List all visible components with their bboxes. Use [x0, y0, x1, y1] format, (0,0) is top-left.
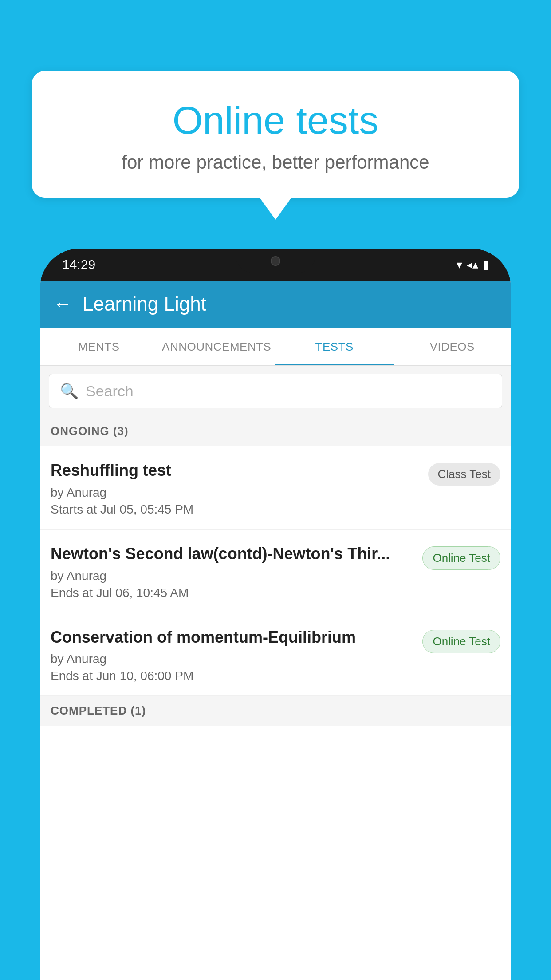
- battery-icon: ▮: [483, 258, 489, 272]
- app-header: ← Learning Light: [40, 281, 511, 328]
- ongoing-section-header: ONGOING (3): [40, 416, 511, 446]
- speech-bubble-title: Online tests: [59, 98, 492, 143]
- speech-bubble-subtitle: for more practice, better performance: [59, 152, 492, 173]
- tab-announcements[interactable]: ANNOUNCEMENTS: [158, 328, 276, 365]
- completed-section-header: COMPLETED (1): [40, 696, 511, 726]
- test-item-author: by Anurag: [51, 652, 413, 666]
- wifi-icon: ▾: [457, 258, 462, 272]
- phone-notch: [236, 249, 315, 273]
- test-item-author: by Anurag: [51, 486, 419, 500]
- tabs-bar: MENTS ANNOUNCEMENTS TESTS VIDEOS: [40, 328, 511, 366]
- test-item-title: Conservation of momentum-Equilibrium: [51, 627, 413, 648]
- phone-wrapper: 14:29 ▾ ◂▴ ▮ ← Learning Light MENTS: [40, 249, 511, 980]
- search-container: 🔍 Search: [40, 366, 511, 416]
- test-item[interactable]: Reshuffling test by Anurag Starts at Jul…: [40, 446, 511, 530]
- test-item-title: Reshuffling test: [51, 460, 419, 481]
- app-title: Learning Light: [83, 293, 206, 315]
- tab-ments[interactable]: MENTS: [40, 328, 158, 365]
- test-item[interactable]: Conservation of momentum-Equilibrium by …: [40, 613, 511, 696]
- search-icon: 🔍: [60, 382, 79, 400]
- test-item[interactable]: Newton's Second law(contd)-Newton's Thir…: [40, 530, 511, 613]
- test-badge-online: Online Test: [422, 546, 500, 570]
- phone-frame: 14:29 ▾ ◂▴ ▮ ← Learning Light MENTS: [40, 249, 511, 980]
- speech-bubble-arrow: [260, 198, 291, 220]
- search-bar[interactable]: 🔍 Search: [49, 374, 502, 408]
- test-item-content: Conservation of momentum-Equilibrium by …: [51, 627, 422, 684]
- phone-screen: ← Learning Light MENTS ANNOUNCEMENTS TES…: [40, 281, 511, 980]
- status-bar: 14:29 ▾ ◂▴ ▮: [40, 249, 511, 281]
- back-button[interactable]: ←: [53, 293, 72, 315]
- tab-videos[interactable]: VIDEOS: [394, 328, 512, 365]
- status-icons: ▾ ◂▴ ▮: [457, 258, 489, 272]
- test-badge-online-2: Online Test: [422, 630, 500, 653]
- tab-tests[interactable]: TESTS: [276, 328, 394, 365]
- status-time: 14:29: [62, 257, 95, 272]
- test-item-time: Ends at Jul 06, 10:45 AM: [51, 586, 413, 600]
- test-badge-class: Class Test: [428, 463, 500, 486]
- test-item-title: Newton's Second law(contd)-Newton's Thir…: [51, 544, 413, 565]
- speech-bubble: Online tests for more practice, better p…: [32, 71, 519, 198]
- search-placeholder: Search: [86, 383, 134, 400]
- test-item-author: by Anurag: [51, 569, 413, 583]
- test-item-content: Newton's Second law(contd)-Newton's Thir…: [51, 544, 422, 600]
- test-list: Reshuffling test by Anurag Starts at Jul…: [40, 446, 511, 980]
- test-item-time: Starts at Jul 05, 05:45 PM: [51, 502, 419, 517]
- camera-dot: [271, 256, 280, 266]
- signal-icon: ◂▴: [467, 258, 478, 272]
- test-item-content: Reshuffling test by Anurag Starts at Jul…: [51, 460, 428, 517]
- speech-bubble-wrapper: Online tests for more practice, better p…: [32, 71, 519, 220]
- test-item-time: Ends at Jun 10, 06:00 PM: [51, 669, 413, 683]
